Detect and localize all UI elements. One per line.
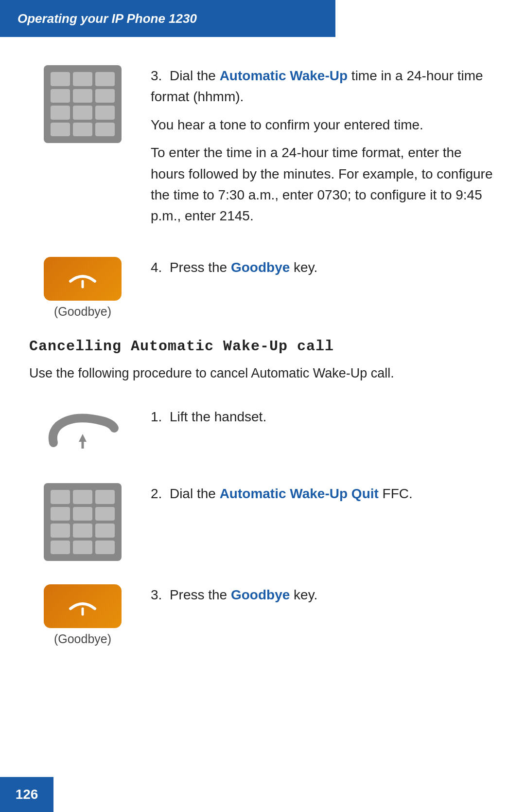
section-2-title: Cancelling Automatic Wake-Up call: [29, 338, 496, 355]
keypad-icon-2: [44, 483, 122, 561]
section-2-intro: Use the following procedure to cancel Au…: [29, 363, 496, 383]
step-cancel-3-text: 3. Press the Goodbye key.: [136, 580, 496, 612]
automatic-wake-up-link: Automatic Wake-Up: [220, 68, 348, 83]
step-3-text: 3. Dial the Automatic Wake-Up time in a …: [136, 61, 496, 234]
step-cancel-3-para: 3. Press the Goodbye key.: [151, 584, 496, 605]
goodbye-label-2: (Goodbye): [54, 632, 111, 646]
step-cancel-1-para: 1. Lift the handset.: [151, 406, 496, 427]
goodbye-button-icon-2: [44, 584, 122, 628]
step-3-para-2: You hear a tone to confirm your entered …: [151, 114, 496, 135]
step-cancel-2-text: 2. Dial the Automatic Wake-Up Quit FFC.: [136, 479, 496, 511]
step-row-3: 3. Dial the Automatic Wake-Up time in a …: [29, 61, 496, 234]
handset-icon: [39, 406, 126, 460]
step-4-text: 4. Press the Goodbye key.: [136, 253, 496, 285]
step-row-cancel-2: 2. Dial the Automatic Wake-Up Quit FFC.: [29, 479, 496, 561]
step-3-para-1: 3. Dial the Automatic Wake-Up time in a …: [151, 65, 496, 108]
goodbye-button-icon: [44, 257, 122, 301]
step-3-para-3: To enter the time in a 24-hour time form…: [151, 142, 496, 227]
step-cancel-1-text: 1. Lift the handset.: [136, 402, 496, 434]
step-image-handset: [29, 402, 136, 460]
goodbye-link-1: Goodbye: [231, 260, 290, 275]
step-row-4: (Goodbye) 4. Press the Goodbye key.: [29, 253, 496, 319]
step-image-keypad-2: [29, 479, 136, 561]
keypad-icon: [44, 65, 122, 143]
step-4-para: 4. Press the Goodbye key.: [151, 257, 496, 278]
header-title: Operating your IP Phone 1230: [18, 11, 197, 26]
step-row-cancel-3: (Goodbye) 3. Press the Goodbye key.: [29, 580, 496, 646]
step-cancel-2-para: 2. Dial the Automatic Wake-Up Quit FFC.: [151, 483, 496, 504]
step-image-goodbye-1: (Goodbye): [29, 253, 136, 319]
svg-marker-1: [79, 434, 87, 442]
header-bar: Operating your IP Phone 1230: [0, 0, 335, 37]
goodbye-label-1: (Goodbye): [54, 305, 111, 319]
goodbye-link-2: Goodbye: [231, 587, 290, 602]
page-number-box: 126: [0, 777, 53, 812]
page-number: 126: [16, 787, 38, 802]
step-image-keypad: [29, 61, 136, 143]
step-row-cancel-1: 1. Lift the handset.: [29, 402, 496, 460]
main-content: 3. Dial the Automatic Wake-Up time in a …: [0, 61, 525, 714]
automatic-wake-up-quit-link: Automatic Wake-Up Quit: [220, 486, 379, 501]
step-image-goodbye-2: (Goodbye): [29, 580, 136, 646]
